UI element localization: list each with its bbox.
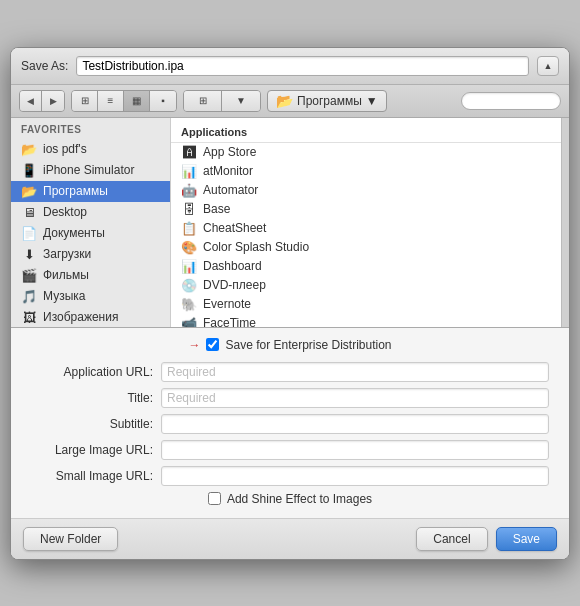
cheatsheet-icon: 📋 [181, 221, 197, 236]
title-bar: Save As: ▲ [11, 48, 569, 85]
enterprise-checkbox[interactable] [206, 338, 219, 351]
view-column-button[interactable]: ▦ [124, 91, 150, 111]
sidebar-item-desktop[interactable]: 🖥 Desktop [11, 202, 170, 223]
sidebar-label: Desktop [43, 205, 87, 219]
file-item-automator[interactable]: 🤖 Automator [171, 181, 561, 200]
sidebar-item-filmy[interactable]: 🎬 Фильмы [11, 265, 170, 286]
title-row: Title: [31, 388, 549, 408]
save-as-label: Save As: [21, 59, 68, 73]
evernote-icon: 🐘 [181, 297, 197, 312]
shine-checkbox[interactable] [208, 492, 221, 505]
subtitle-input[interactable] [161, 414, 549, 434]
current-folder-button[interactable]: 📂 Программы ▼ [267, 90, 387, 112]
title-input[interactable] [161, 388, 549, 408]
bottom-right-buttons: Cancel Save [416, 527, 557, 551]
file-item-dashboard[interactable]: 📊 Dashboard [171, 257, 561, 276]
nav-buttons: ◀ ▶ [19, 90, 65, 112]
large-image-url-input[interactable] [161, 440, 549, 460]
desktop-icon: 🖥 [21, 205, 37, 220]
automator-icon: 🤖 [181, 183, 197, 198]
file-item-label: App Store [203, 145, 256, 159]
new-folder-button[interactable]: New Folder [23, 527, 118, 551]
filename-input[interactable] [76, 56, 529, 76]
file-item-facetime[interactable]: 📹 FaceTime [171, 314, 561, 327]
color-splash-icon: 🎨 [181, 240, 197, 255]
atmonitor-icon: 📊 [181, 164, 197, 179]
iphone-icon: 📱 [21, 163, 37, 178]
cancel-button[interactable]: Cancel [416, 527, 487, 551]
download-icon: ⬇ [21, 247, 37, 262]
dashboard-icon: 📊 [181, 259, 197, 274]
sidebar: FAVORITES 📂 ios pdf's 📱 iPhone Simulator… [11, 118, 171, 327]
sidebar-item-dokumenty[interactable]: 📄 Документы [11, 223, 170, 244]
sidebar-item-izobrazheniya[interactable]: 🖼 Изображения [11, 307, 170, 327]
app-store-icon: 🅰 [181, 145, 197, 160]
title-label: Title: [31, 391, 161, 405]
forward-button[interactable]: ▶ [42, 91, 64, 111]
document-icon: 📄 [21, 226, 37, 241]
application-url-label: Application URL: [31, 365, 161, 379]
file-item-evernote[interactable]: 🐘 Evernote [171, 295, 561, 314]
sidebar-label: Загрузки [43, 247, 91, 261]
folder-name: Программы [297, 94, 362, 108]
folder-icon: 📂 [276, 93, 293, 109]
movie-icon: 🎬 [21, 268, 37, 283]
file-item-atmonitor[interactable]: 📊 atMonitor [171, 162, 561, 181]
small-image-url-row: Small Image URL: [31, 466, 549, 486]
file-item-label: DVD-плеер [203, 278, 266, 292]
subtitle-row: Subtitle: [31, 414, 549, 434]
file-list: Applications 🅰 App Store 📊 atMonitor 🤖 A… [171, 118, 561, 327]
enterprise-panel: → Save for Enterprise Distribution Appli… [11, 328, 569, 519]
file-item-label: Dashboard [203, 259, 262, 273]
save-dialog: Save As: ▲ ◀ ▶ ⊞ ≡ ▦ ▪ ⊞ ▼ 📂 Программы ▼ [10, 47, 570, 560]
file-item-base[interactable]: 🗄 Base [171, 200, 561, 219]
sidebar-item-iphone-simulator[interactable]: 📱 iPhone Simulator [11, 160, 170, 181]
arrange-button: ⊞ ▼ [183, 90, 261, 112]
application-url-input[interactable] [161, 362, 549, 382]
large-image-url-label: Large Image URL: [31, 443, 161, 457]
dvd-icon: 💿 [181, 278, 197, 293]
small-image-url-input[interactable] [161, 466, 549, 486]
file-item-color-splash-studio[interactable]: 🎨 Color Splash Studio [171, 238, 561, 257]
toolbar: ◀ ▶ ⊞ ≡ ▦ ▪ ⊞ ▼ 📂 Программы ▼ [11, 85, 569, 118]
sidebar-label: ios pdf's [43, 142, 87, 156]
sidebar-item-ios-pdfs[interactable]: 📂 ios pdf's [11, 139, 170, 160]
file-item-label: Color Splash Studio [203, 240, 309, 254]
file-list-header: Applications [171, 124, 561, 143]
sidebar-item-zagruzki[interactable]: ⬇ Загрузки [11, 244, 170, 265]
sidebar-label: Фильмы [43, 268, 89, 282]
file-item-label: CheatSheet [203, 221, 266, 235]
image-icon: 🖼 [21, 310, 37, 325]
sidebar-item-muzyka[interactable]: 🎵 Музыка [11, 286, 170, 307]
base-icon: 🗄 [181, 202, 197, 217]
music-icon: 🎵 [21, 289, 37, 304]
sidebar-item-programmy[interactable]: 📂 Программы [11, 181, 170, 202]
application-url-row: Application URL: [31, 362, 549, 382]
favorites-label: FAVORITES [11, 124, 170, 139]
file-item-app-store[interactable]: 🅰 App Store [171, 143, 561, 162]
large-image-url-row: Large Image URL: [31, 440, 549, 460]
browser: FAVORITES 📂 ios pdf's 📱 iPhone Simulator… [11, 118, 569, 328]
arrange-main[interactable]: ⊞ [184, 91, 222, 111]
sidebar-label: Программы [43, 184, 108, 198]
search-input[interactable] [461, 92, 561, 110]
file-item-cheatsheet[interactable]: 📋 CheatSheet [171, 219, 561, 238]
file-item-label: Automator [203, 183, 258, 197]
expand-button[interactable]: ▲ [537, 56, 559, 76]
sidebar-label: Изображения [43, 310, 118, 324]
shine-label: Add Shine Effect to Images [227, 492, 372, 506]
view-list-button[interactable]: ≡ [98, 91, 124, 111]
view-cover-button[interactable]: ▪ [150, 91, 176, 111]
folder-icon: 📂 [21, 184, 37, 199]
arrange-dropdown[interactable]: ▼ [222, 91, 260, 111]
view-icon-button[interactable]: ⊞ [72, 91, 98, 111]
file-item-label: FaceTime [203, 316, 256, 327]
filename-wrap [76, 56, 529, 76]
file-item-dvd-player[interactable]: 💿 DVD-плеер [171, 276, 561, 295]
view-buttons: ⊞ ≡ ▦ ▪ [71, 90, 177, 112]
back-button[interactable]: ◀ [20, 91, 42, 111]
shine-row: Add Shine Effect to Images [31, 492, 549, 506]
save-button[interactable]: Save [496, 527, 557, 551]
bottom-bar: New Folder Cancel Save [11, 519, 569, 559]
enterprise-checkbox-label: Save for Enterprise Distribution [225, 338, 391, 352]
